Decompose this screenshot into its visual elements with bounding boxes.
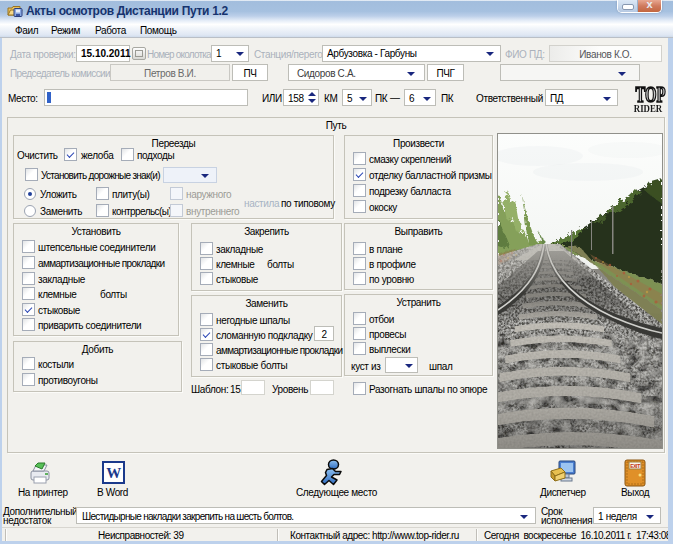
svg-text:W: W	[106, 465, 121, 481]
svg-text:EXIT: EXIT	[630, 463, 640, 469]
